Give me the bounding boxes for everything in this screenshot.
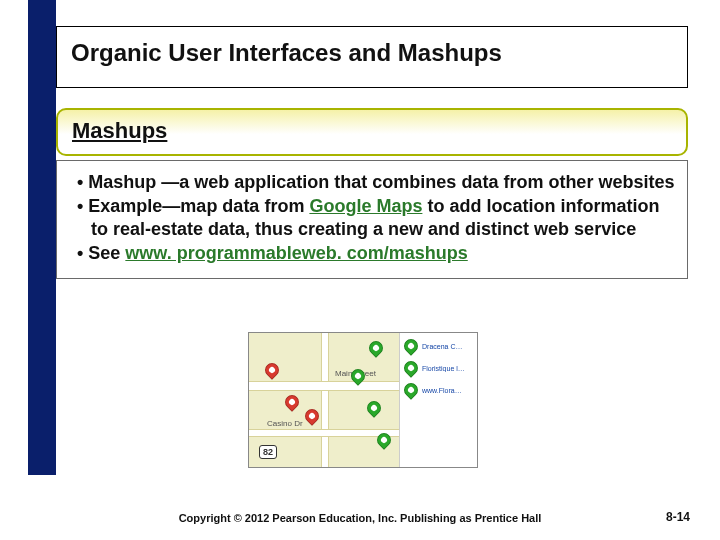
map-pin-icon <box>401 380 421 400</box>
map-road-label: Casino Dr <box>267 419 303 428</box>
page-number: 8-14 <box>666 510 690 524</box>
map-pin-icon <box>302 406 322 426</box>
list-item: See www. programmableweb. com/mashups <box>69 242 675 265</box>
map-road-casino <box>249 429 399 437</box>
map-sidebar: Dracena C… Floristique l… www.Flora… <box>399 333 477 467</box>
title-container: Organic User Interfaces and Mashups <box>56 26 688 88</box>
section-header-text: Mashups <box>72 118 167 143</box>
programmableweb-link[interactable]: www. programmableweb. com/mashups <box>125 243 467 263</box>
slide-title: Organic User Interfaces and Mashups <box>71 39 673 67</box>
map-pin-icon <box>401 336 421 356</box>
map-pin-icon <box>401 358 421 378</box>
map-pin-icon <box>364 398 384 418</box>
content-body: Mashup —a web application that combines … <box>56 160 688 279</box>
google-maps-link[interactable]: Google Maps <box>309 196 422 216</box>
map-sidebar-item: Dracena C… <box>404 339 473 353</box>
bullet-prefix: Example— <box>88 196 180 216</box>
map-road-main <box>249 381 399 391</box>
bullet-prefix: See <box>88 243 125 263</box>
map-sidebar-item: www.Flora… <box>404 383 473 397</box>
map-sidebar-label: www.Flora… <box>422 387 462 394</box>
map-sidebar-item: Floristique l… <box>404 361 473 375</box>
map-pin-icon <box>366 338 386 358</box>
map-road-vertical <box>321 333 329 467</box>
route-shield-icon: 82 <box>259 445 277 459</box>
map-pin-icon <box>262 360 282 380</box>
bullet-list: Mashup —a web application that combines … <box>69 171 675 265</box>
map-sidebar-label: Floristique l… <box>422 365 465 372</box>
list-item: Example—map data from Google Maps to add… <box>69 195 675 241</box>
map-pin-icon <box>282 392 302 412</box>
map-canvas: Main Street Casino Dr 82 <box>249 333 399 467</box>
bullet-text: a web application that combines data fro… <box>179 172 674 192</box>
copyright-footer: Copyright © 2012 Pearson Education, Inc.… <box>0 512 720 524</box>
bullet-prefix: Mashup — <box>88 172 179 192</box>
list-item: Mashup —a web application that combines … <box>69 171 675 194</box>
map-sidebar-label: Dracena C… <box>422 343 462 350</box>
accent-bar <box>28 0 56 475</box>
bullet-text: map data from <box>180 196 309 216</box>
section-header: Mashups <box>56 108 688 156</box>
map-screenshot: Main Street Casino Dr 82 Dracena C… Flor… <box>248 332 478 468</box>
